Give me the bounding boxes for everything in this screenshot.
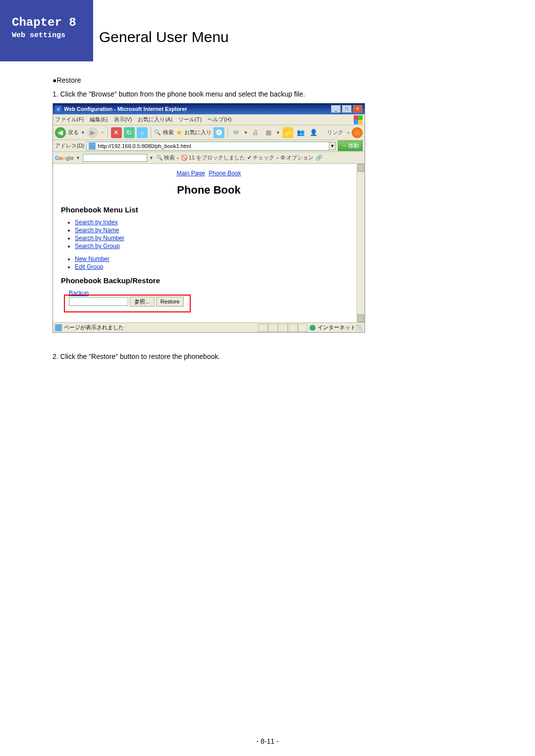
ie-address-bar: アドレス(D) http://192.168.0.5:8080/ph_book1…: [53, 140, 365, 152]
phonebook-menu-list-2: New Number Edit Group: [75, 255, 357, 270]
menu-edit[interactable]: 編集(E): [90, 116, 108, 123]
mail-icon[interactable]: ✉: [231, 127, 242, 138]
forward-button-icon[interactable]: ▶: [87, 127, 98, 138]
menu-file[interactable]: ファイル(F): [55, 116, 84, 123]
ie-window-screenshot: e Web Configuration - Microsoft Internet…: [53, 103, 365, 333]
list-item: Search by Name: [75, 227, 357, 234]
resize-grip-icon[interactable]: [356, 324, 363, 331]
favorites-label[interactable]: お気に入り: [184, 129, 212, 136]
status-cells: [258, 324, 308, 332]
page-header: General User Menu: [93, 0, 535, 61]
ie-titlebar: e Web Configuration - Microsoft Internet…: [53, 103, 365, 114]
search-label[interactable]: 検索: [163, 129, 174, 136]
folder-icon[interactable]: 📁: [282, 127, 293, 138]
stop-button-icon[interactable]: ✕: [111, 127, 122, 138]
edit-dropdown-icon[interactable]: ▼: [276, 130, 280, 135]
chapter-subtitle: Web settings: [12, 31, 93, 40]
links-label[interactable]: リンク: [327, 129, 343, 136]
maximize-button[interactable]: □: [342, 105, 352, 113]
google-search-button[interactable]: 🔍 検索: [156, 154, 175, 161]
list-item: Search by Index: [75, 219, 357, 226]
menu-help[interactable]: ヘルプ(H): [208, 116, 231, 123]
ie-status-bar: ページが表示されました インターネット: [53, 322, 365, 332]
scroll-down-icon[interactable]: [358, 314, 364, 322]
windows-logo-icon: [354, 115, 363, 124]
list-item: Edit Group: [75, 263, 357, 270]
vertical-scrollbar[interactable]: [357, 164, 365, 322]
google-search-input[interactable]: [83, 154, 147, 162]
google-dropdown-icon[interactable]: ▼: [76, 155, 81, 160]
throbber-icon: [352, 127, 363, 138]
back-label[interactable]: 戻る: [68, 129, 79, 136]
print-icon[interactable]: 🖨: [250, 127, 261, 138]
phonebook-title: Phone Book: [61, 184, 357, 197]
link-edit-group[interactable]: Edit Group: [75, 263, 103, 270]
restore-button[interactable]: Restore: [156, 297, 184, 306]
google-sep: •: [276, 155, 278, 161]
link-search-by-name[interactable]: Search by Name: [75, 227, 119, 234]
minimize-button[interactable]: _: [331, 105, 341, 113]
crumb-main-page[interactable]: Main Page: [176, 170, 205, 177]
mail-dropdown-icon[interactable]: ▼: [244, 130, 248, 135]
page-icon: [89, 143, 96, 150]
status-text: ページが表示されました: [64, 324, 124, 331]
google-toolbar: Google ▼ ▼ 🔍 検索 • 🚫 11 をブロックしました ✔ チェック …: [53, 152, 365, 164]
browse-button[interactable]: 参照...: [130, 297, 154, 306]
list-item: Search by Number: [75, 235, 357, 242]
scroll-up-icon[interactable]: [358, 164, 364, 172]
back-dropdown-icon[interactable]: ▼: [81, 130, 85, 135]
address-url: http://192.168.0.5:8080/ph_book1.html: [98, 143, 191, 149]
ie-toolbar: ◀ 戻る ▼ ▶ ▼ ✕ ↻ ⌂ 🔍 検索 ★ お気に入り 🕘 ✉ ▼ 🖨 ▦ …: [53, 125, 365, 140]
phonebook-backup-heading: Phonebook Backup/Restore: [61, 276, 357, 285]
link-search-by-number[interactable]: Search by Number: [75, 235, 124, 242]
links-chevron-icon[interactable]: »: [347, 130, 350, 135]
toolbar-separator: [227, 127, 228, 138]
google-logo[interactable]: Google: [55, 155, 74, 161]
toolbar-separator: [151, 127, 151, 138]
link-search-by-group[interactable]: Search by Group: [75, 243, 120, 250]
google-check-button[interactable]: ✔ チェック: [247, 154, 274, 161]
link-new-number[interactable]: New Number: [75, 255, 109, 262]
step-1-text: 1. Click the "Browse" button from the ph…: [53, 90, 535, 98]
menu-view[interactable]: 表示(V): [114, 116, 132, 123]
address-input[interactable]: http://192.168.0.5:8080/ph_book1.html: [86, 142, 329, 151]
step-2-text: 2. Click the "Restore" button to restore…: [53, 353, 535, 360]
go-button[interactable]: → 移動: [338, 141, 363, 151]
phonebook-menu-list: Search by Index Search by Name Search by…: [75, 219, 357, 250]
google-input-dropdown-icon[interactable]: ▼: [149, 155, 154, 160]
file-path-input[interactable]: [69, 297, 128, 306]
zone-label: インターネット: [318, 324, 356, 331]
home-button-icon[interactable]: ⌂: [137, 127, 148, 138]
ie-menubar: ファイル(F) 編集(E) 表示(V) お気に入り(A) ツール(T) ヘルプ(…: [53, 114, 365, 125]
google-blocked-button[interactable]: 🚫 11 をブロックしました: [181, 154, 245, 161]
phonebook-menu-heading: Phonebook Menu List: [61, 205, 357, 214]
link-backup[interactable]: Backup: [69, 290, 89, 297]
link-search-by-index[interactable]: Search by Index: [75, 219, 118, 226]
history-icon[interactable]: 🕘: [214, 127, 224, 138]
messenger-icon[interactable]: 👤: [308, 127, 319, 138]
search-icon[interactable]: 🔍: [154, 129, 161, 136]
sidebar-header: Chapter 8 Web settings: [0, 0, 93, 61]
internet-zone-icon: [310, 325, 316, 331]
back-button-icon[interactable]: ◀: [55, 127, 66, 138]
close-button[interactable]: ×: [353, 105, 363, 113]
ie-window-title: Web Configuration - Microsoft Internet E…: [64, 106, 331, 112]
list-item: Search by Group: [75, 243, 357, 250]
page-title: General User Menu: [99, 29, 535, 46]
google-options-button[interactable]: ⚙ オプション: [280, 154, 314, 161]
refresh-button-icon[interactable]: ↻: [124, 127, 135, 138]
address-label: アドレス(D): [55, 142, 84, 150]
edit-icon[interactable]: ▦: [263, 127, 274, 138]
menu-tools[interactable]: ツール(T): [178, 116, 202, 123]
address-dropdown-icon[interactable]: ▼: [329, 142, 336, 150]
menu-favorites[interactable]: お気に入り(A): [138, 116, 172, 123]
backup-restore-row: Backup 参照... Restore: [69, 290, 357, 306]
favorites-star-icon[interactable]: ★: [176, 128, 182, 137]
discuss-icon[interactable]: 👥: [295, 127, 306, 138]
crumb-phone-book[interactable]: Phone Book: [209, 170, 241, 177]
google-link-icon[interactable]: 🔗: [316, 154, 322, 161]
status-page-icon: [55, 324, 62, 331]
breadcrumb: Main Page Phone Book: [61, 170, 357, 177]
chapter-label: Chapter 8: [12, 16, 93, 29]
toolbar-separator: [107, 127, 108, 138]
